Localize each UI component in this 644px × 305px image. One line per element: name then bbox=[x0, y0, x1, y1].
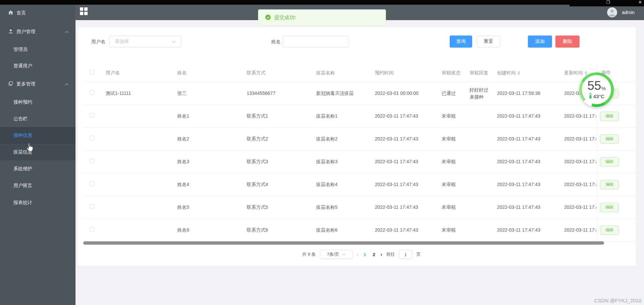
sidebar-item-bulletin-board[interactable]: 公告栏 bbox=[0, 111, 76, 127]
row-checkbox[interactable] bbox=[90, 204, 94, 209]
table-row: 姓名2 联系方式2 疫苗名称2 2022-03-11 17:47:43 未审核 … bbox=[84, 128, 596, 150]
sidebar-item-vaccination-appointment[interactable]: 接种预约 bbox=[0, 94, 76, 111]
sidebar-item-report-statistics[interactable]: 报表统计 bbox=[0, 194, 76, 211]
row-checkbox[interactable] bbox=[90, 136, 94, 140]
apps-grid-icon[interactable] bbox=[80, 7, 88, 15]
username-select[interactable]: 请选择 bbox=[109, 36, 181, 48]
row-checkbox[interactable] bbox=[90, 90, 94, 95]
sidebar-item-home[interactable]: 首页 bbox=[0, 5, 76, 21]
thermometer-icon bbox=[589, 93, 592, 100]
cell-vaccine: 疫苗名称5 bbox=[316, 204, 375, 211]
mouse-cursor-hand bbox=[26, 142, 34, 154]
reset-button[interactable]: 重置 bbox=[477, 36, 500, 48]
sidebar-item-label: 用户管理 bbox=[16, 29, 35, 35]
page-number-2[interactable]: 2 bbox=[371, 252, 377, 257]
row-checkbox[interactable] bbox=[90, 113, 94, 118]
page-number-1[interactable]: 1 bbox=[362, 252, 367, 257]
edit-button[interactable]: 编辑 bbox=[600, 157, 619, 167]
window-title-strip bbox=[0, 0, 644, 5]
cell-reply: 好好好过来接种 bbox=[469, 86, 497, 101]
row-checkbox[interactable] bbox=[90, 159, 94, 163]
restore-window-icon[interactable]: ❐ bbox=[606, 0, 610, 4]
sidebar-group-user-management[interactable]: 用户管理 bbox=[0, 23, 76, 40]
sidebar-group-more-management[interactable]: 更多管理 bbox=[0, 76, 76, 93]
cell-updated: 2022-03-11 17:47:43 bbox=[564, 204, 596, 211]
table-row: 姓名4 联系方式4 疫苗名称4 2022-03-11 17:47:43 未审核 … bbox=[84, 173, 596, 196]
cell-updated: 2022-03-11 17:47:43 bbox=[564, 135, 596, 142]
sidebar-item-system-maintenance[interactable]: 系统维护 bbox=[0, 161, 76, 177]
col-header-appoint-time[interactable]: 预约时间 bbox=[375, 69, 442, 76]
cell-vaccine: 疫苗名称1 bbox=[316, 113, 375, 120]
sort-caret-icon[interactable] bbox=[517, 71, 520, 75]
cell-updated: 2022-03-11 17:47:43 bbox=[564, 227, 596, 234]
sidebar-item-vaccine-info[interactable]: 疫苗信息 bbox=[0, 144, 76, 161]
sidebar-item-user-messages[interactable]: 用户留言 bbox=[0, 177, 76, 194]
prev-page-icon[interactable]: ‹ bbox=[357, 252, 358, 257]
sidebar: 首页 用户管理 管理员 普通用户 更多管理 接种预约 公告栏 接种信息 疫苗信息… bbox=[0, 5, 76, 305]
sidebar-item-label: 接种预约 bbox=[13, 99, 32, 105]
next-page-icon[interactable]: › bbox=[381, 252, 382, 257]
col-header-vaccine[interactable]: 疫苗名称 bbox=[316, 69, 375, 76]
cell-contact: 联系方式5 bbox=[247, 204, 316, 211]
sidebar-item-label: 普通用户 bbox=[13, 63, 32, 69]
cell-status: 未审核 bbox=[442, 158, 469, 165]
cell-created: 2022-03-11 17:47:43 bbox=[497, 158, 564, 165]
horizontal-scrollbar[interactable] bbox=[83, 241, 604, 245]
col-header-name[interactable]: 姓名 bbox=[177, 69, 247, 76]
edit-button[interactable]: 编辑 bbox=[600, 203, 619, 212]
cell-name: 姓名4 bbox=[177, 181, 247, 188]
row-checkbox[interactable] bbox=[90, 181, 94, 186]
success-toast: 提交成功! bbox=[258, 9, 386, 26]
add-button[interactable]: 添加 bbox=[528, 36, 552, 48]
query-button[interactable]: 查询 bbox=[450, 36, 472, 48]
avatar[interactable] bbox=[607, 7, 617, 17]
cell-name: 姓名1 bbox=[177, 113, 247, 120]
chevron-down-icon bbox=[342, 253, 346, 256]
close-window-icon[interactable]: ✕ bbox=[638, 0, 642, 4]
chevron-up-icon bbox=[65, 81, 69, 87]
delete-button[interactable]: 删除 bbox=[555, 36, 580, 48]
cell-status: 已通过 bbox=[442, 90, 469, 97]
row-checkbox[interactable] bbox=[90, 227, 94, 232]
cell-name: 姓名5 bbox=[177, 204, 247, 211]
pagination: 共 9 条 7条/页 ‹ 1 2 › 前往 页 bbox=[83, 250, 640, 259]
cell-vaccine: 疫苗名称6 bbox=[316, 227, 375, 234]
edit-button[interactable]: 编辑 bbox=[600, 134, 619, 144]
table-row: 测试1-11111 张三 13344556677 新冠病毒灭活疫苗 2022-0… bbox=[84, 82, 596, 105]
name-filter-label: 姓名 bbox=[271, 36, 281, 48]
cell-updated: 2022-03-11 17:47:43 bbox=[564, 158, 596, 165]
table-row: 姓名5 联系方式5 疫苗名称5 2022-03-11 17:47:43 未审核 … bbox=[84, 196, 596, 219]
col-header-username[interactable]: 用户名 bbox=[106, 69, 177, 76]
page-unit-label: 页 bbox=[416, 251, 421, 257]
edit-button[interactable]: 编辑 bbox=[600, 226, 619, 235]
col-header-reply[interactable]: 审核回复 bbox=[469, 69, 497, 76]
topbar-username[interactable]: admin bbox=[622, 5, 635, 20]
goto-page-input[interactable] bbox=[399, 250, 412, 259]
sidebar-item-label: 管理员 bbox=[13, 47, 28, 53]
cell-contact: 联系方式6 bbox=[247, 227, 316, 234]
sidebar-item-vaccination-info[interactable]: 接种信息 bbox=[0, 127, 76, 144]
edit-button[interactable]: 编辑 bbox=[600, 112, 619, 121]
sidebar-item-normal-users[interactable]: 普通用户 bbox=[0, 58, 76, 74]
floating-monitor-widget[interactable]: 55 % 43°C bbox=[579, 72, 614, 107]
cell-updated: 2022-03-11 17:47:43 bbox=[564, 113, 596, 120]
sidebar-item-admins[interactable]: 管理员 bbox=[0, 41, 76, 58]
cell-status: 未审核 bbox=[442, 181, 469, 188]
col-header-status[interactable]: 审核状态 bbox=[442, 69, 469, 76]
home-icon bbox=[8, 10, 13, 16]
cell-appoint-time: 2022-03-11 17:47:43 bbox=[375, 158, 442, 165]
edit-button[interactable]: 编辑 bbox=[600, 180, 619, 189]
toast-message: 提交成功! bbox=[274, 14, 296, 21]
name-input[interactable] bbox=[283, 36, 349, 48]
cell-status: 未审核 bbox=[442, 113, 469, 120]
main-panel: 用户名 请选择 姓名 查询 重置 添加 删除 用户名 姓名 联系方式 疫苗名称 … bbox=[78, 27, 636, 266]
table-scroll-area: 用户名 姓名 联系方式 疫苗名称 预约时间 审核状态 审核回复 创建时间 更新时… bbox=[84, 64, 596, 242]
col-header-contact[interactable]: 联系方式 bbox=[247, 69, 316, 76]
widget-indicator-dot bbox=[592, 104, 595, 107]
col-header-created[interactable]: 创建时间 bbox=[497, 69, 564, 76]
page-size-select[interactable]: 7条/页 bbox=[320, 250, 353, 259]
widget-percent: 55 bbox=[587, 79, 601, 92]
cell-contact: 13344556677 bbox=[247, 90, 316, 97]
select-all-checkbox[interactable] bbox=[90, 70, 94, 74]
sidebar-item-label: 公告栏 bbox=[13, 116, 28, 122]
